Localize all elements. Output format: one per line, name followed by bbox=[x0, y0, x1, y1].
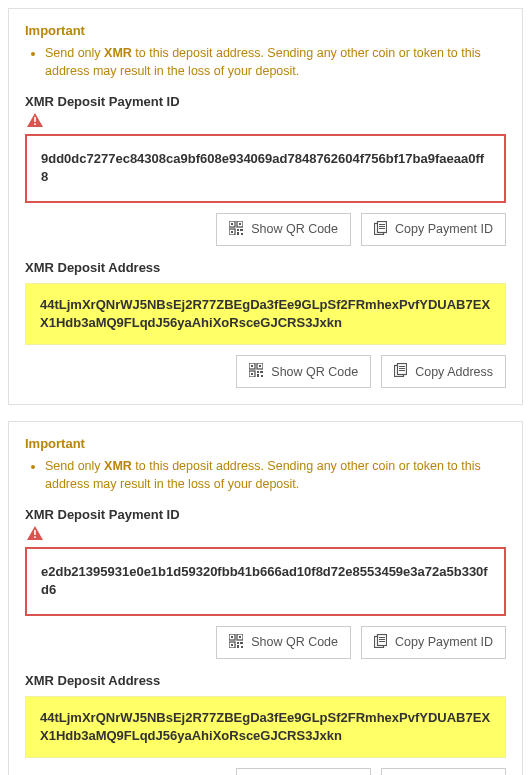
important-warning: Send only XMR to this deposit address. S… bbox=[45, 44, 506, 80]
payment-id-value: 9dd0dc7277ec84308ca9bf608e934069ad784876… bbox=[41, 151, 484, 184]
address-value: 44tLjmXrQNrWJ5NBsEj2R77ZBEgDa3fEe9GLpSf2… bbox=[40, 297, 490, 330]
svg-rect-10 bbox=[237, 232, 239, 235]
svg-rect-11 bbox=[241, 233, 243, 235]
warning-coin: XMR bbox=[104, 46, 132, 60]
show-qr-label: Show QR Code bbox=[251, 222, 338, 236]
important-heading: Important bbox=[25, 436, 506, 451]
show-qr-button[interactable]: Show QR Code bbox=[216, 626, 351, 659]
address-label: XMR Deposit Address bbox=[25, 673, 506, 688]
copy-payment-id-button[interactable]: Copy Payment ID bbox=[361, 213, 506, 246]
copy-icon bbox=[394, 363, 407, 380]
copy-icon bbox=[374, 634, 387, 651]
copy-address-label: Copy Address bbox=[415, 365, 493, 379]
deposit-panel: Important Send only XMR to this deposit … bbox=[8, 421, 523, 775]
qr-icon bbox=[249, 363, 263, 380]
svg-rect-42 bbox=[237, 645, 239, 648]
payment-id-label: XMR Deposit Payment ID bbox=[25, 507, 506, 522]
show-qr-button[interactable]: Show QR Code bbox=[236, 768, 371, 775]
qr-icon bbox=[229, 221, 243, 238]
show-qr-label: Show QR Code bbox=[271, 365, 358, 379]
warning-coin: XMR bbox=[104, 459, 132, 473]
svg-rect-8 bbox=[237, 229, 239, 231]
show-qr-button[interactable]: Show QR Code bbox=[236, 355, 371, 388]
svg-rect-33 bbox=[34, 537, 36, 539]
svg-rect-37 bbox=[239, 636, 241, 638]
address-box: 44tLjmXrQNrWJ5NBsEj2R77ZBEgDa3fEe9GLpSf2… bbox=[25, 283, 506, 345]
copy-payment-label: Copy Payment ID bbox=[395, 635, 493, 649]
payment-id-box: e2db21395931e0e1b1d59320fbb41b666ad10f8d… bbox=[25, 547, 506, 615]
svg-rect-43 bbox=[241, 646, 243, 648]
svg-rect-7 bbox=[231, 231, 233, 233]
payment-id-label: XMR Deposit Payment ID bbox=[25, 94, 506, 109]
payment-id-value: e2db21395931e0e1b1d59320fbb41b666ad10f8d… bbox=[41, 564, 488, 597]
warning-prefix: Send only bbox=[45, 459, 104, 473]
svg-rect-18 bbox=[251, 365, 253, 367]
qr-icon bbox=[229, 634, 243, 651]
svg-rect-22 bbox=[251, 373, 253, 375]
svg-rect-35 bbox=[231, 636, 233, 638]
copy-icon bbox=[374, 221, 387, 238]
address-label: XMR Deposit Address bbox=[25, 260, 506, 275]
svg-rect-24 bbox=[260, 371, 263, 373]
payment-id-box: 9dd0dc7277ec84308ca9bf608e934069ad784876… bbox=[25, 134, 506, 202]
important-heading: Important bbox=[25, 23, 506, 38]
address-box: 44tLjmXrQNrWJ5NBsEj2R77ZBEgDa3fEe9GLpSf2… bbox=[25, 696, 506, 758]
svg-rect-41 bbox=[240, 642, 243, 644]
payment-id-buttons: Show QR Code Copy Payment ID bbox=[25, 213, 506, 246]
copy-payment-id-button[interactable]: Copy Payment ID bbox=[361, 626, 506, 659]
copy-payment-label: Copy Payment ID bbox=[395, 222, 493, 236]
alert-icon bbox=[27, 113, 43, 130]
warning-prefix: Send only bbox=[45, 46, 104, 60]
alert-icon bbox=[27, 526, 43, 543]
svg-rect-39 bbox=[231, 644, 233, 646]
svg-rect-20 bbox=[259, 365, 261, 367]
copy-address-button[interactable]: Copy Address bbox=[381, 355, 506, 388]
svg-rect-32 bbox=[34, 530, 36, 535]
payment-id-buttons: Show QR Code Copy Payment ID bbox=[25, 626, 506, 659]
svg-rect-9 bbox=[240, 229, 243, 231]
important-list: Send only XMR to this deposit address. S… bbox=[25, 44, 506, 80]
svg-rect-0 bbox=[34, 117, 36, 122]
svg-rect-25 bbox=[257, 374, 259, 377]
address-value: 44tLjmXrQNrWJ5NBsEj2R77ZBEgDa3fEe9GLpSf2… bbox=[40, 710, 490, 743]
svg-rect-5 bbox=[239, 223, 241, 225]
address-buttons: Show QR Code Copy Address bbox=[25, 768, 506, 775]
svg-rect-26 bbox=[261, 375, 263, 377]
show-qr-button[interactable]: Show QR Code bbox=[216, 213, 351, 246]
svg-rect-3 bbox=[231, 223, 233, 225]
svg-rect-1 bbox=[34, 124, 36, 126]
copy-address-button[interactable]: Copy Address bbox=[381, 768, 506, 775]
important-list: Send only XMR to this deposit address. S… bbox=[25, 457, 506, 493]
svg-rect-23 bbox=[257, 371, 259, 373]
important-warning: Send only XMR to this deposit address. S… bbox=[45, 457, 506, 493]
svg-rect-40 bbox=[237, 642, 239, 644]
address-buttons: Show QR Code Copy Address bbox=[25, 355, 506, 388]
show-qr-label: Show QR Code bbox=[251, 635, 338, 649]
deposit-panel: Important Send only XMR to this deposit … bbox=[8, 8, 523, 405]
